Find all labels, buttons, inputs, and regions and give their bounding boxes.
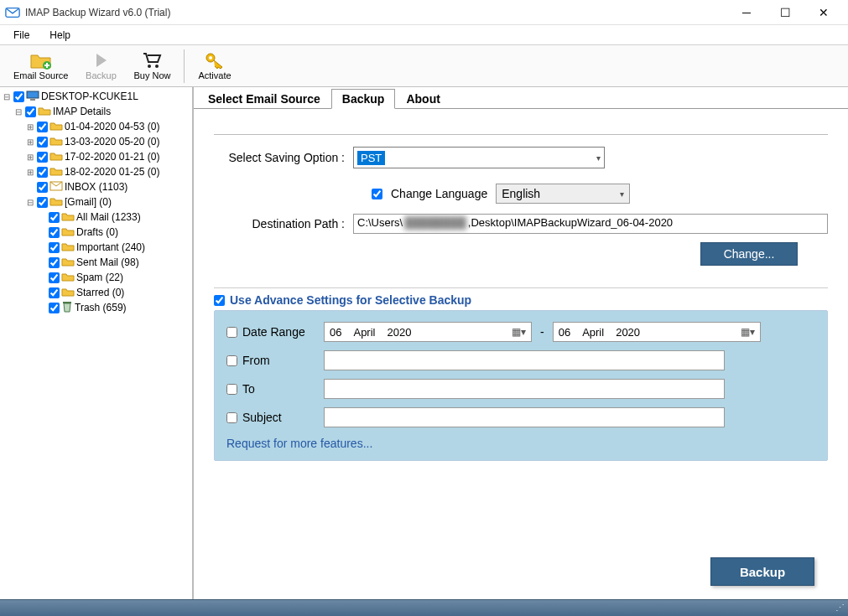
menu-file[interactable]: File: [5, 27, 38, 44]
to-label: To: [242, 382, 255, 396]
tree-item[interactable]: ⊟IMAP Details: [0, 104, 192, 119]
tree-item-label: 18-02-2020 01-25 (0): [65, 166, 159, 178]
tree-item[interactable]: ⊞17-02-2020 01-21 (0): [0, 149, 192, 164]
expand-toggle[interactable]: ⊞: [25, 168, 35, 177]
maximize-button[interactable]: ☐: [766, 0, 804, 25]
request-features-link[interactable]: Request for more features...: [226, 437, 372, 450]
to-input[interactable]: [324, 379, 725, 399]
dest-prefix: C:\Users\: [357, 216, 403, 229]
tree-item[interactable]: ⊞01-04-2020 04-53 (0): [0, 119, 192, 134]
toolbar: Email Source Backup Buy Now Activate: [0, 45, 848, 87]
tree-item[interactable]: INBOX (1103): [0, 179, 192, 194]
close-button[interactable]: ✕: [804, 0, 843, 25]
calendar-icon: ▦▾: [741, 326, 755, 338]
svg-rect-9: [63, 302, 71, 303]
dest-suffix: ,Desktop\IMAPBackupWizard_06-04-2020: [468, 216, 673, 229]
tree-checkbox[interactable]: [49, 272, 60, 283]
tree-item[interactable]: ⊞18-02-2020 01-25 (0): [0, 164, 192, 179]
tree-item-label: Sent Mail (98): [76, 256, 139, 268]
redacted-text: ████████: [403, 216, 468, 229]
change-language-label: Change Language: [391, 187, 487, 200]
row-destination: Destination Path : C:\Users\████████,Des…: [214, 214, 828, 234]
subject-checkbox[interactable]: [226, 412, 237, 423]
tree-item[interactable]: ⊞13-03-2020 05-20 (0): [0, 134, 192, 149]
expand-toggle[interactable]: ⊞: [25, 122, 35, 132]
from-input[interactable]: [324, 350, 725, 370]
tree-item[interactable]: Important (240): [0, 240, 192, 255]
toolbar-activate[interactable]: Activate: [191, 49, 237, 82]
resize-grip-icon[interactable]: ⋰: [835, 603, 843, 613]
tree-item[interactable]: Trash (659): [0, 300, 192, 315]
svg-point-5: [209, 56, 212, 60]
tree-checkbox[interactable]: [37, 197, 48, 208]
tree-checkbox[interactable]: [37, 137, 48, 148]
expand-toggle[interactable]: ⊟: [25, 198, 35, 207]
expand-toggle[interactable]: ⊟: [2, 92, 12, 101]
saving-option-select[interactable]: PST ▾: [353, 147, 605, 168]
folder-tree[interactable]: ⊟DESKTOP-KCUKE1L⊟IMAP Details⊞01-04-2020…: [0, 87, 194, 599]
date-from-month: April: [353, 326, 375, 339]
folder-icon: [61, 256, 75, 269]
toolbar-backup[interactable]: Backup: [78, 49, 123, 82]
tree-checkbox[interactable]: [37, 182, 48, 193]
change-language-checkbox[interactable]: [372, 189, 382, 199]
minimize-button[interactable]: ─: [727, 0, 766, 25]
from-checkbox[interactable]: [226, 355, 237, 366]
tree-checkbox[interactable]: [49, 227, 60, 238]
tree-item-label: Spam (22): [76, 272, 123, 283]
tab-about[interactable]: About: [395, 89, 450, 109]
date-range-checkbox[interactable]: [226, 327, 237, 338]
tree-item[interactable]: ⊟DESKTOP-KCUKE1L: [0, 89, 192, 104]
tree-checkbox[interactable]: [49, 303, 60, 313]
tree-item[interactable]: Spam (22): [0, 270, 192, 285]
tree-item[interactable]: ⊟[Gmail] (0): [0, 194, 192, 210]
tree-item-label: DESKTOP-KCUKE1L: [41, 91, 138, 102]
tree-checkbox[interactable]: [49, 212, 60, 223]
chevron-down-icon: ▾: [596, 153, 601, 163]
tree-checkbox[interactable]: [13, 91, 24, 102]
tree-checkbox[interactable]: [37, 152, 48, 163]
row-to: To: [226, 375, 815, 403]
date-from-year: 2020: [387, 326, 411, 339]
tab-select-email-source[interactable]: Select Email Source: [197, 89, 331, 109]
tree-checkbox[interactable]: [49, 287, 60, 298]
tree-item-label: All Mail (1233): [76, 211, 141, 223]
tree-item[interactable]: Sent Mail (98): [0, 255, 192, 270]
tree-item-label: Trash (659): [75, 302, 127, 313]
tree-checkbox[interactable]: [49, 257, 60, 268]
toolbar-buy-now[interactable]: Buy Now: [127, 49, 177, 82]
date-from-picker[interactable]: 06 April 2020 ▦▾: [324, 322, 532, 342]
date-to-picker[interactable]: 06 April 2020 ▦▾: [553, 322, 761, 342]
app-icon: [5, 7, 20, 18]
destination-path-field[interactable]: C:\Users\████████,Desktop\IMAPBackupWiza…: [353, 214, 828, 234]
tree-checkbox[interactable]: [49, 242, 60, 253]
row-date-range: Date Range 06 April 2020 ▦▾ - 06 April 2…: [226, 318, 815, 346]
saving-option-value: PST: [357, 151, 385, 165]
tree-item[interactable]: All Mail (1233): [0, 210, 192, 225]
backup-button[interactable]: Backup: [710, 557, 814, 586]
tree-item[interactable]: Starred (0): [0, 285, 192, 300]
tree-item[interactable]: Drafts (0): [0, 225, 192, 240]
rule: [214, 287, 828, 288]
destination-label: Destination Path :: [214, 217, 353, 230]
toolbar-email-source[interactable]: Email Source: [7, 49, 75, 82]
tree-checkbox[interactable]: [37, 167, 48, 178]
language-select[interactable]: English ▾: [496, 184, 630, 204]
window-title: IMAP Backup Wizard v6.0 (Trial): [25, 7, 727, 18]
folder-icon: [49, 121, 63, 133]
menu-help[interactable]: Help: [41, 27, 79, 44]
change-button[interactable]: Change...: [700, 242, 798, 266]
tree-checkbox[interactable]: [37, 122, 48, 132]
tab-backup[interactable]: Backup: [331, 89, 396, 109]
folder-icon: [49, 136, 63, 148]
subject-input[interactable]: [324, 407, 725, 427]
to-checkbox[interactable]: [226, 384, 237, 395]
tree-checkbox[interactable]: [25, 106, 36, 117]
date-range-label: Date Range: [242, 325, 305, 339]
advanced-settings-checkbox[interactable]: [214, 295, 225, 306]
tree-item-label: IMAP Details: [53, 106, 111, 117]
expand-toggle[interactable]: ⊞: [25, 153, 35, 162]
expand-toggle[interactable]: ⊟: [13, 107, 23, 116]
rule: [214, 134, 828, 135]
expand-toggle[interactable]: ⊞: [25, 137, 35, 147]
